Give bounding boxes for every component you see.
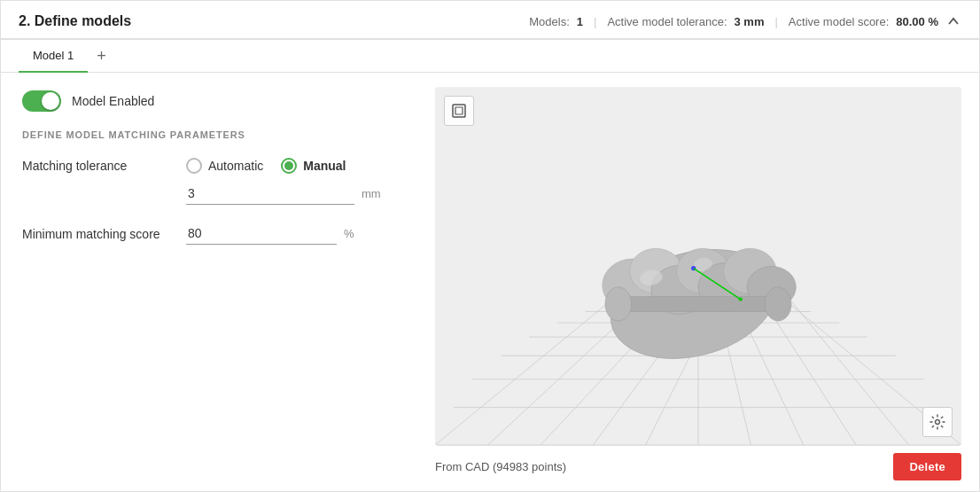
tab-add-button[interactable]: + xyxy=(88,41,115,71)
min-score-unit: % xyxy=(344,227,354,240)
tolerance-unit: mm xyxy=(362,187,381,200)
viewer-footer: From CAD (94983 points) Delete xyxy=(435,446,968,484)
automatic-radio[interactable]: Automatic xyxy=(186,158,263,174)
toggle-knob xyxy=(42,92,59,110)
section-label: DEFINE MODEL MATCHING PARAMETERS xyxy=(22,129,414,140)
viewer-reset-button[interactable] xyxy=(444,96,474,126)
model-enabled-row: Model Enabled xyxy=(22,90,414,112)
models-value: 1 xyxy=(577,15,583,28)
score-label: Active model score: xyxy=(789,15,889,28)
svg-point-38 xyxy=(936,420,940,425)
model-enabled-toggle[interactable] xyxy=(22,90,61,112)
header-meta: Models: 1 | Active model tolerance: 3 mm… xyxy=(529,13,961,29)
tolerance-input-row: mm xyxy=(186,183,414,205)
left-panel: Model Enabled DEFINE MODEL MATCHING PARA… xyxy=(1,73,435,491)
matching-tolerance-group: Matching tolerance Automatic Manual xyxy=(22,158,414,205)
svg-point-37 xyxy=(739,298,743,301)
svg-point-32 xyxy=(765,287,791,321)
points-label: From CAD (94983 points) xyxy=(435,460,566,473)
tolerance-input[interactable] xyxy=(186,183,354,205)
min-score-group: Minimum matching score % xyxy=(22,223,414,245)
automatic-radio-label: Automatic xyxy=(208,159,263,173)
viewer-toolbar xyxy=(444,96,474,126)
right-panel-wrap: From CAD (94983 points) Delete xyxy=(435,73,979,491)
svg-rect-0 xyxy=(453,105,465,117)
tab-model1[interactable]: Model 1 xyxy=(19,40,88,73)
collapse-button[interactable] xyxy=(945,13,961,29)
tolerance-label: Active model tolerance: xyxy=(607,15,727,28)
delete-button[interactable]: Delete xyxy=(893,453,961,480)
matching-tolerance-row: Matching tolerance Automatic Manual xyxy=(22,158,414,174)
tolerance-radio-group: Automatic Manual xyxy=(186,158,346,174)
min-score-label: Minimum matching score xyxy=(22,227,186,241)
viewer-box xyxy=(435,87,961,446)
manual-radio[interactable]: Manual xyxy=(281,158,346,174)
models-label: Models: xyxy=(529,15,570,28)
svg-rect-30 xyxy=(618,296,778,311)
page-container: 2. Define models Models: 1 | Active mode… xyxy=(0,0,980,492)
svg-point-31 xyxy=(605,287,632,321)
score-value: 80.00 % xyxy=(896,15,938,28)
viewer-settings-button[interactable] xyxy=(922,407,953,437)
min-score-row: Minimum matching score % xyxy=(22,223,414,245)
tolerance-value: 3 mm xyxy=(735,15,765,28)
svg-rect-1 xyxy=(455,107,463,114)
page-title: 2. Define models xyxy=(19,13,131,29)
automatic-radio-circle xyxy=(186,158,202,174)
manual-radio-label: Manual xyxy=(303,159,346,173)
min-score-input[interactable] xyxy=(186,223,337,245)
viewer-canvas xyxy=(435,87,961,446)
matching-tolerance-label: Matching tolerance xyxy=(22,159,186,173)
page-header: 2. Define models Models: 1 | Active mode… xyxy=(1,1,979,40)
content-area: Model Enabled DEFINE MODEL MATCHING PARA… xyxy=(1,73,979,491)
tabs-bar: Model 1 + xyxy=(1,40,979,73)
model-enabled-label: Model Enabled xyxy=(72,94,154,108)
manual-radio-circle xyxy=(281,158,297,174)
